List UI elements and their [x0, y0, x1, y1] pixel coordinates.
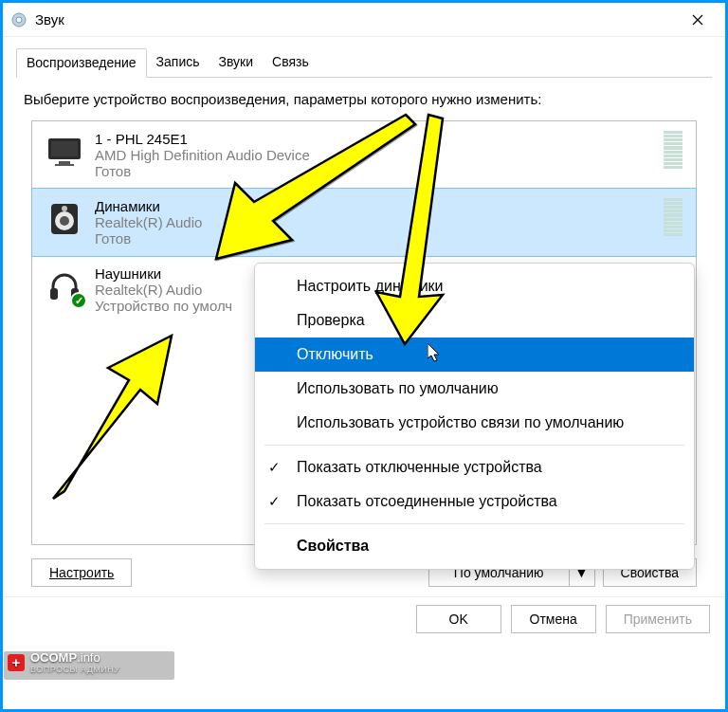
window-title: Звук — [35, 11, 678, 27]
device-detail: Realtek(R) Audio — [95, 214, 664, 230]
menu-configure-speakers[interactable]: Настроить динамики — [255, 269, 694, 303]
device-status: Готов — [95, 230, 664, 246]
menu-properties[interactable]: Свойства — [255, 529, 694, 563]
cancel-button[interactable]: Отмена — [511, 605, 596, 633]
tab-playback[interactable]: Воспроизведение — [16, 48, 147, 78]
menu-show-disabled[interactable]: ✓ Показать отключенные устройства — [255, 450, 694, 484]
device-row-speakers[interactable]: Динамики Realtek(R) Audio Готов — [31, 188, 697, 257]
menu-show-disconnected[interactable]: ✓ Показать отсоединенные устройства — [255, 484, 694, 519]
menu-separator — [264, 523, 684, 524]
titlebar: Звук — [3, 3, 725, 37]
svg-point-1 — [16, 17, 22, 23]
svg-rect-10 — [50, 288, 58, 300]
headphones-icon: ✓ — [46, 267, 83, 305]
svg-rect-5 — [55, 164, 74, 166]
menu-disable[interactable]: Отключить — [255, 338, 694, 372]
monitor-icon — [46, 133, 83, 171]
check-icon: ✓ — [268, 459, 281, 476]
tab-sounds[interactable]: Звуки — [209, 48, 264, 78]
svg-point-8 — [60, 216, 69, 226]
apply-button[interactable]: Применить — [606, 605, 710, 633]
tab-bar: Воспроизведение Запись Звуки Связь — [3, 37, 725, 78]
level-meter — [664, 198, 682, 236]
svg-rect-4 — [59, 161, 70, 164]
device-text: 1 - PHL 245E1 AMD High Definition Audio … — [95, 131, 664, 179]
configure-button[interactable]: Настроить — [31, 558, 132, 587]
plus-icon: + — [8, 654, 25, 671]
default-check-icon: ✓ — [70, 292, 87, 309]
device-text: Динамики Realtek(R) Audio Готов — [95, 198, 664, 246]
close-button[interactable] — [678, 7, 718, 33]
device-row-monitor[interactable]: 1 - PHL 245E1 AMD High Definition Audio … — [32, 121, 696, 189]
tab-recording[interactable]: Запись — [147, 48, 209, 78]
device-status: Готов — [95, 163, 664, 179]
tab-communications[interactable]: Связь — [263, 48, 318, 78]
instruction-text: Выберите устройство воспроизведения, пар… — [3, 78, 725, 117]
sound-icon — [10, 11, 27, 28]
menu-test[interactable]: Проверка — [255, 303, 694, 338]
level-meter — [664, 131, 682, 169]
check-icon: ✓ — [268, 493, 281, 510]
svg-rect-3 — [51, 141, 78, 156]
context-menu[interactable]: Настроить динамики Проверка Отключить Ис… — [254, 263, 695, 570]
svg-point-9 — [62, 206, 67, 211]
device-name: Динамики — [95, 198, 664, 214]
device-detail: AMD High Definition Audio Device — [95, 147, 664, 163]
dialog-footer: OK Отмена Применить — [3, 596, 725, 643]
site-watermark: + OCOMP.info ВОПРОСЫ АДМИНУ — [8, 650, 120, 674]
speaker-icon — [46, 200, 83, 238]
menu-separator — [264, 445, 684, 446]
menu-set-default-comm[interactable]: Использовать устройство связи по умолчан… — [255, 406, 694, 440]
device-name: 1 - PHL 245E1 — [95, 131, 664, 147]
ok-button[interactable]: OK — [416, 605, 501, 633]
menu-set-default[interactable]: Использовать по умолчанию — [255, 372, 694, 406]
